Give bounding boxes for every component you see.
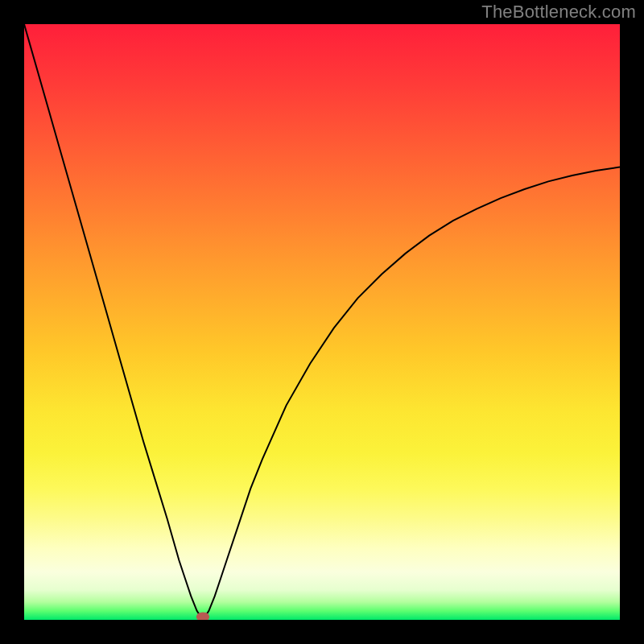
curve-path: [24, 24, 620, 620]
watermark-text: TheBottleneck.com: [481, 2, 636, 23]
plot-area: [24, 24, 620, 620]
chart-frame: TheBottleneck.com: [0, 0, 644, 644]
bottleneck-curve-svg: [24, 24, 620, 620]
